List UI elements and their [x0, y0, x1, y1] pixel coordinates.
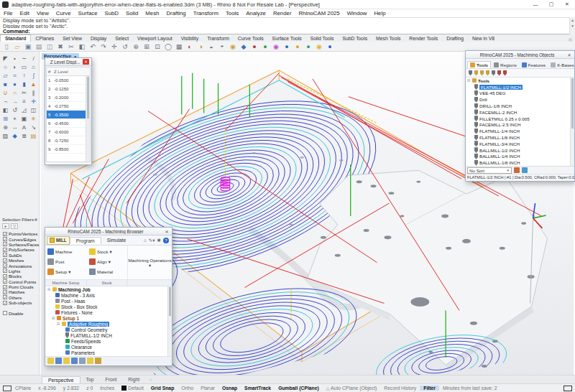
palette-array-icon[interactable]: ⊞ — [1, 115, 10, 123]
maximize-button[interactable]: ▢ — [543, 0, 559, 9]
tree-toolpath[interactable]: Toolpath — [45, 355, 172, 356]
post-all-icon[interactable] — [55, 358, 62, 364]
filter-surfaces-faces[interactable]: ✓Surfaces/Faces — [0, 242, 40, 247]
minimize-button[interactable]: — — [528, 0, 543, 9]
osnap-toggle[interactable]: Osnap — [218, 386, 241, 391]
tool-info-icon[interactable] — [522, 167, 528, 173]
pan-view-icon[interactable]: ✛ — [109, 42, 119, 51]
palette-orient-icon[interactable]: ⌖ — [11, 115, 19, 123]
toolbar-tab-render-tools[interactable]: Render Tools — [405, 35, 442, 42]
cplane-button[interactable]: CPlane — [12, 386, 34, 391]
undo-icon[interactable]: ↶ — [88, 42, 98, 51]
tree-control-geometry[interactable]: Control Geometry — [45, 327, 172, 332]
palette-hatch-icon[interactable]: ▨ — [1, 132, 10, 140]
z-level-row[interactable]: 7-0.6000 — [47, 128, 90, 136]
smarttrack-toggle[interactable]: SmartTrack — [241, 386, 275, 391]
menu-edit[interactable]: Edit — [17, 10, 33, 17]
align-button[interactable]: Align ▾ — [89, 257, 125, 266]
checkbox-checked-icon[interactable]: ✓ — [3, 232, 7, 236]
menu-mesh[interactable]: Mesh — [142, 10, 162, 17]
palette-curve-icon[interactable]: ∼ — [20, 55, 29, 62]
open-file-icon[interactable]: ▱ — [12, 42, 22, 51]
tool-item[interactable]: VEE-45 DEG — [466, 90, 574, 97]
object-snap-icon[interactable]: ◉ — [228, 42, 238, 51]
palette-point-icon[interactable]: • — [11, 55, 19, 62]
tool-item[interactable]: FLATMILL-1/2 INCH — [466, 84, 574, 90]
pen-dropdown-icon[interactable]: ✎▾ — [149, 238, 155, 243]
toolbar-tab-visibility[interactable]: Visibility — [177, 35, 203, 42]
shop-doc-icon[interactable] — [71, 358, 78, 364]
filter-hatches[interactable]: ✓Hatches — [0, 289, 40, 294]
tab-features[interactable]: Features — [520, 62, 548, 68]
color-wheel-icon[interactable]: ◉ — [271, 42, 281, 51]
menu-transform[interactable]: Transform — [190, 10, 222, 17]
palette-join-icon[interactable]: ⊕ — [1, 123, 10, 131]
palette-boolean-difference-icon[interactable]: ∩ — [11, 89, 19, 97]
toolbar-tab-new-in-v8[interactable]: New in V8 — [468, 35, 499, 42]
filter-subds[interactable]: ✓SubDs — [0, 253, 40, 258]
help-icon[interactable]: ● — [325, 42, 335, 51]
palette-text-icon[interactable]: A — [20, 123, 29, 131]
collapse-icon[interactable]: ⊟ — [467, 78, 471, 83]
tree-machine[interactable]: Machine - 3 Axis — [45, 292, 172, 298]
help-icon[interactable]: ? — [163, 238, 169, 243]
zoom-selected-icon[interactable]: ⊡ — [152, 42, 162, 51]
tree-stock[interactable]: Stock - Box Stock — [45, 304, 172, 309]
filters-funnel-tab-icon[interactable]: ▽ — [11, 223, 18, 229]
z-level-scrollbar[interactable] — [86, 76, 90, 162]
palette-move-icon[interactable]: ✛ — [29, 98, 38, 106]
menu-curve[interactable]: Curve — [52, 10, 75, 17]
menu-surface[interactable]: Surface — [75, 10, 101, 17]
cplane-swatch-icon[interactable] — [3, 386, 12, 391]
palette-leader-icon[interactable]: ↘ — [29, 123, 38, 131]
palette-rotate-icon[interactable]: ↺ — [11, 106, 19, 114]
filter-points-vertices[interactable]: ✓Points/Vertices — [0, 231, 40, 236]
z-level-row[interactable]: 6-0.4500 — [47, 119, 90, 128]
toolbar-tab-drafting[interactable]: Drafting — [442, 35, 468, 42]
menu-tools[interactable]: Tools — [222, 10, 242, 17]
tool-item[interactable]: BALLMILL-1/8 INCH — [466, 159, 574, 166]
close-icon[interactable]: ✕ — [566, 52, 572, 57]
palette-select-icon[interactable]: ◤ — [1, 55, 10, 62]
menu-analyze[interactable]: Analyze — [242, 10, 270, 17]
filter-polysurfaces[interactable]: ✓PolySurfaces — [0, 247, 40, 252]
z-level-row-selected[interactable]: 5-0.3500 — [47, 111, 90, 119]
filter-lights[interactable]: ✓Lights — [0, 269, 40, 274]
post-button[interactable]: Post — [47, 257, 85, 266]
toolbar-tab-display[interactable]: Display — [86, 35, 111, 42]
tools-tree[interactable]: ⊟Tools FLATMILL-1/2 INCH VEE-45 DEG Dril… — [466, 78, 574, 166]
palette-cone-icon[interactable]: ▲ — [29, 80, 38, 88]
tree-scrollbar[interactable] — [167, 286, 172, 356]
tools-scrollbar[interactable] — [570, 78, 574, 166]
palette-fillet-icon[interactable]: ¬ — [1, 98, 10, 106]
filter-others[interactable]: ✓Others — [0, 295, 40, 300]
toolbar-tab-solid-tools[interactable]: Solid Tools — [306, 35, 339, 42]
filter-control-points[interactable]: ✓Control Points — [0, 279, 40, 284]
z-level-row[interactable]: 1-0.0500 — [47, 76, 90, 85]
home-icon[interactable]: ⌂ — [144, 238, 147, 243]
palette-extend-icon[interactable]: → — [11, 98, 19, 106]
palette-properties-icon[interactable]: ▤ — [29, 132, 38, 140]
tool-item[interactable]: FACEMILL-2.5 INCH — [466, 122, 574, 129]
machining-operations-button[interactable]: Machining Operations ▾ — [127, 246, 172, 279]
tab-program[interactable]: Program — [70, 237, 101, 244]
tool-item[interactable]: FLATMILL-1/4 INCH — [466, 128, 574, 134]
z-level-row[interactable]: 4-0.2750 — [47, 102, 90, 111]
viewport-tab-right[interactable]: Right — [122, 376, 145, 383]
viewport-tab-top[interactable]: Top — [80, 376, 100, 383]
toolbar-tab-cplanes[interactable]: CPlanes — [31, 35, 58, 42]
palette-group-icon[interactable]: ▣ — [20, 115, 29, 123]
menu-solid[interactable]: Solid — [122, 10, 142, 17]
filter-meshes[interactable]: ✓Meshes — [0, 258, 40, 263]
environment-icon[interactable]: ● — [303, 42, 313, 51]
command-history[interactable]: Display mode set to "Artistic". Display … — [0, 17, 569, 28]
toolbar-tab-viewport-layout[interactable]: Viewport Layout — [133, 35, 177, 42]
tree-clearance[interactable]: Clearance — [45, 344, 172, 350]
render-globe-icon[interactable]: ● — [282, 42, 292, 51]
simulate-icon[interactable] — [63, 358, 70, 364]
tool-item[interactable]: FILLETMILL 0.25 x 0.005 — [466, 116, 574, 122]
planar-toggle[interactable]: Planar — [197, 386, 218, 391]
command-scrollbar[interactable]: ▲▼ — [569, 17, 575, 34]
machine-button[interactable]: Machine — [47, 247, 85, 256]
auto-cplane-toggle[interactable]: △ Auto CPlane (Object) — [323, 386, 381, 391]
